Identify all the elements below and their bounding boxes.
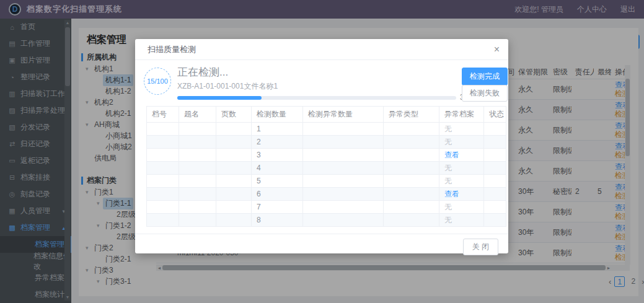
col-header: 题名: [179, 107, 216, 122]
detection-table-row: 8 无: [147, 214, 506, 227]
scan-quality-modal: 扫描质量检测 × 15/100 正在检测... XZB-A1-01-001-00…: [135, 39, 508, 253]
cell-abnormal-archive[interactable]: 查看: [439, 188, 484, 200]
detection-table-row: 6 查看: [147, 188, 506, 201]
col-header: 异常类型: [384, 107, 439, 122]
cell-detect-count: 5: [252, 175, 303, 187]
detection-table-row: 4 无: [147, 162, 506, 175]
cell-abnormal-archive[interactable]: 无: [439, 123, 484, 135]
cell-abnormal-archive[interactable]: 查看: [439, 149, 484, 161]
detection-table-row: 3 查看: [147, 149, 506, 162]
detect-complete-button[interactable]: 检测完成: [462, 68, 508, 86]
col-header: 异常档案: [439, 107, 484, 122]
progress-counter: 15/100: [144, 68, 171, 95]
detection-table-row: 5 无: [147, 175, 506, 188]
col-header: 检测异常数量: [303, 107, 384, 122]
app-screen: D 档案数字化扫描管理系统 欢迎您! 管理员 个人中心 退出 ⌂ 首页 ▤ 工作…: [0, 0, 644, 303]
detection-table-row: 2 无: [147, 136, 506, 149]
col-header: 档号: [147, 107, 179, 122]
cell-abnormal-archive[interactable]: 无: [439, 136, 484, 148]
detection-table-row: 1 无: [147, 123, 506, 136]
col-header: 页数: [216, 107, 252, 122]
cell-detect-count: 1: [252, 123, 303, 135]
cell-detect-count: 4: [252, 162, 303, 174]
progress-file-name: XZB-A1-01-001-001文件名称1: [177, 81, 278, 92]
modal-header: 扫描质量检测 ×: [135, 39, 508, 60]
modal-footer: 关 闭: [135, 234, 508, 253]
cell-detect-count: 6: [252, 188, 303, 200]
detection-table: 档号 题名 页数 检测数量 检测异常数量 异常类型 异常档案 状态 1 无: [146, 106, 506, 227]
progress-status-text: 正在检测...: [177, 65, 228, 79]
cell-detect-count: 8: [252, 214, 303, 226]
cell-detect-count: 2: [252, 136, 303, 148]
cell-abnormal-archive[interactable]: 无: [439, 162, 484, 174]
modal-title: 扫描质量检测: [148, 44, 196, 55]
col-header: 检测数量: [252, 107, 303, 122]
close-icon[interactable]: ×: [494, 44, 500, 55]
cell-abnormal-archive[interactable]: 无: [439, 175, 484, 187]
cell-detect-count: 3: [252, 149, 303, 161]
cell-abnormal-archive[interactable]: 无: [439, 214, 484, 226]
detect-fail-button[interactable]: 检测失败: [462, 85, 508, 102]
progress-bar: [177, 96, 456, 100]
detection-table-header: 档号 题名 页数 检测数量 检测异常数量 异常类型 异常档案 状态: [147, 107, 506, 123]
cell-abnormal-archive[interactable]: 无: [439, 201, 484, 213]
close-button[interactable]: 关 闭: [463, 239, 498, 255]
cell-detect-count: 7: [252, 201, 303, 213]
progress-bar-fill: [177, 96, 262, 100]
detection-table-row: 7 无: [147, 201, 506, 214]
col-header: 状态: [484, 107, 506, 122]
